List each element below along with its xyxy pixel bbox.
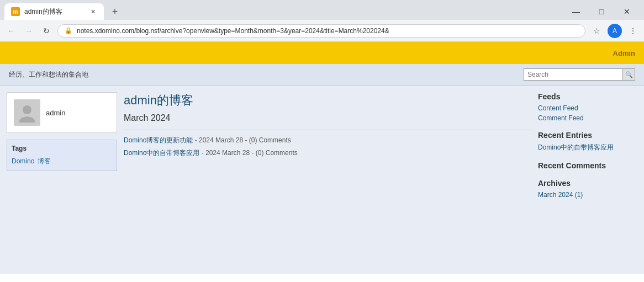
forward-button[interactable]: → <box>22 24 35 38</box>
tag-domino[interactable]: Domino <box>12 157 34 165</box>
svg-point-0 <box>23 105 31 114</box>
new-tab-button[interactable]: + <box>108 5 122 18</box>
admin-link[interactable]: Admin <box>613 49 635 57</box>
menu-button[interactable]: ⋮ <box>626 24 640 38</box>
bookmark-button[interactable]: ☆ <box>590 24 603 38</box>
post-link-0[interactable]: Domino博客的更新功能 <box>124 136 193 144</box>
post-meta-0: - 2024 March 28 - (0) Comments <box>193 136 291 144</box>
reload-button[interactable]: ↻ <box>40 24 53 38</box>
tags-section: Tags Domino博客 <box>7 140 117 171</box>
username-label: admin <box>46 109 65 117</box>
divider <box>124 130 531 130</box>
subtitle-text: 经历、工作和想法的集合地 <box>9 70 88 79</box>
maximize-button[interactable]: □ <box>589 3 614 20</box>
post-link-1[interactable]: Domino中的自带博客应用 <box>124 149 199 157</box>
tab-favicon: m <box>11 7 20 16</box>
recent-entry-link-0[interactable]: Domino中的自带博客应用 <box>538 143 637 152</box>
tab-title: admin的博客 <box>24 7 62 17</box>
left-sidebar: admin Tags Domino博客 <box>7 92 117 207</box>
svg-point-1 <box>19 116 35 123</box>
post-list: Domino博客的更新功能 - 2024 March 28 - (0) Comm… <box>124 136 531 158</box>
page-wrapper: Admin 经历、工作和想法的集合地 🔍 <box>0 42 644 274</box>
close-button[interactable]: ✕ <box>614 3 640 20</box>
feeds-heading: Feeds <box>538 92 637 101</box>
comment-feed-link[interactable]: Comment Feed <box>538 114 637 122</box>
window-controls: — □ ✕ <box>563 3 640 20</box>
main-content: admin Tags Domino博客 admin的博客 March 2024 … <box>0 86 644 214</box>
tags-title: Tags <box>12 145 112 152</box>
minimize-button[interactable]: — <box>563 3 589 20</box>
archives-section: Archives March 2024 (1) <box>538 179 637 199</box>
search-button[interactable]: 🔍 <box>623 68 635 81</box>
post-meta-1: - 2024 March 28 - (0) Comments <box>199 149 297 157</box>
browser-tab[interactable]: m admin的博客 ✕ <box>4 3 104 20</box>
user-card: admin <box>7 92 117 133</box>
search-input[interactable] <box>524 68 623 81</box>
content-feed-link[interactable]: Content Feed <box>538 104 637 112</box>
top-banner: Admin <box>0 42 644 64</box>
post-item: Domino中的自带博客应用 - 2024 March 28 - (0) Com… <box>124 148 531 158</box>
profile-button[interactable]: A <box>608 24 622 38</box>
tags-list: Domino博客 <box>12 157 112 166</box>
address-security-icon: 🔒 <box>65 27 72 34</box>
browser-actions: ☆ A ⋮ <box>590 24 640 38</box>
avatar <box>14 99 40 126</box>
archives-heading: Archives <box>538 179 637 188</box>
browser-window: m admin的博客 ✕ + — □ ✕ ← → ↻ 🔒 notes.xdomi… <box>0 0 644 274</box>
subtitle-bar: 经历、工作和想法的集合地 🔍 <box>0 64 644 86</box>
search-container: 🔍 <box>524 68 635 81</box>
recent-comments-heading: Recent Comments <box>538 161 637 170</box>
recent-entries-heading: Recent Entries <box>538 131 637 140</box>
center-content: admin的博客 March 2024 Domino博客的更新功能 - 2024… <box>124 92 531 207</box>
tab-close-btn[interactable]: ✕ <box>88 7 97 16</box>
right-sidebar: Feeds Content Feed Comment Feed Recent E… <box>538 92 637 207</box>
browser-titlebar: m admin的博客 ✕ + — □ ✕ <box>0 0 644 20</box>
address-url: notes.xdomino.com/blog.nsf/archive?openv… <box>77 27 578 35</box>
feeds-section: Feeds Content Feed Comment Feed <box>538 92 637 122</box>
post-item: Domino博客的更新功能 - 2024 March 28 - (0) Comm… <box>124 136 531 145</box>
recent-comments-section: Recent Comments <box>538 161 637 170</box>
back-button[interactable]: ← <box>4 24 18 38</box>
browser-controls: ← → ↻ 🔒 notes.xdomino.com/blog.nsf/archi… <box>0 20 644 42</box>
address-bar[interactable]: 🔒 notes.xdomino.com/blog.nsf/archive?ope… <box>57 24 585 38</box>
tag-blog[interactable]: 博客 <box>38 157 51 165</box>
blog-title: admin的博客 <box>124 92 531 109</box>
blog-month: March 2024 <box>124 113 531 123</box>
archive-link-march-2024[interactable]: March 2024 (1) <box>538 191 637 199</box>
recent-entries-section: Recent Entries Domino中的自带博客应用 <box>538 131 637 152</box>
